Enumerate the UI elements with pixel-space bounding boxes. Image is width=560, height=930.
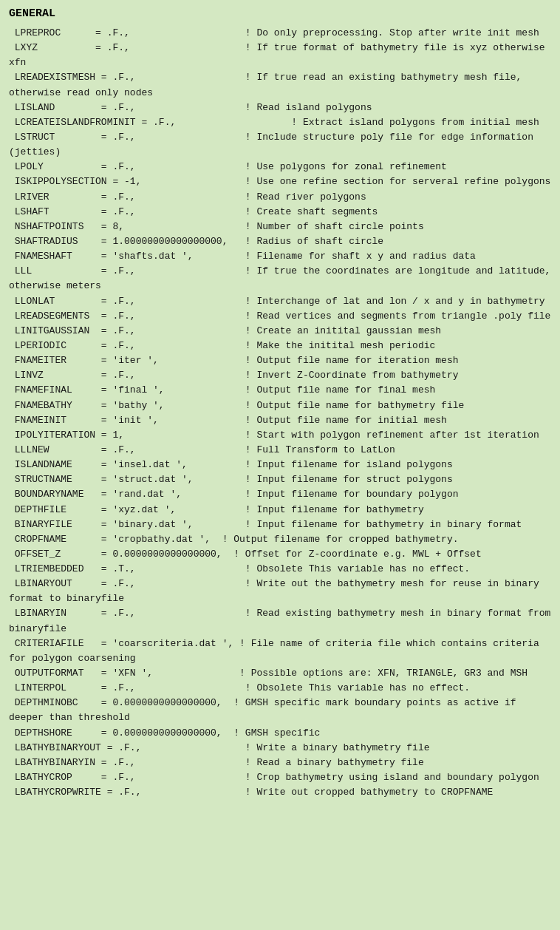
line: DEPTHMINOBC = 0.0000000000000000, ! GMSH… — [9, 696, 551, 725]
line: FNAMEINIT = 'init ', ! Output file name … — [9, 413, 551, 428]
line: LREADEXISTMESH = .F., ! If true read an … — [9, 70, 551, 100]
line: LBATHYBINARYIN = .F., ! Read a binary ba… — [9, 756, 551, 770]
line: LREADSEGMENTS = .F., ! Read vertices and… — [9, 309, 551, 324]
line: LBATHYCROP = .F., ! Crop bathymetry usin… — [9, 770, 551, 785]
code-block: LPREPROC = .F., ! Do only preprocessing.… — [9, 26, 551, 800]
line: FNAMEBATHY = 'bathy ', ! Output file nam… — [9, 398, 551, 413]
line: LCREATEISLANDFROMINIT = .F., ! Extract i… — [9, 115, 551, 130]
line: LINTERPOL = .F., ! Obsolete This variabl… — [9, 681, 551, 696]
line: LLONLAT = .F., ! Interchange of lat and … — [9, 294, 551, 309]
line: LISLAND = .F., ! Read island polygons — [9, 101, 551, 115]
page-title: GENERAL — [9, 7, 551, 20]
line: BOUNDARYNAME = 'rand.dat ', ! Input file… — [9, 487, 551, 502]
line: CRITERIAFILE = 'coarscriteria.dat ', ! F… — [9, 637, 551, 666]
line: NSHAFTPOINTS = 8, ! Number of shaft circ… — [9, 220, 551, 234]
line: DEPTHFILE = 'xyz.dat ', ! Input filename… — [9, 503, 551, 517]
line: FNAMEFINAL = 'final ', ! Output file nam… — [9, 383, 551, 398]
line: STRUCTNAME = 'struct.dat ', ! Input file… — [9, 472, 551, 487]
line: ISLANDNAME = 'insel.dat ', ! Input filen… — [9, 458, 551, 472]
line: LLLNEW = .F., ! Full Transform to LatLon — [9, 443, 551, 458]
line: LPREPROC = .F., ! Do only preprocessing.… — [9, 26, 551, 41]
line: LBATHYCROPWRITE = .F., ! Write out cropp… — [9, 785, 551, 800]
line: DEPTHSHORE = 0.0000000000000000, ! GMSH … — [9, 726, 551, 741]
line: LINVZ = .F., ! Invert Z-Coordinate from … — [9, 368, 551, 383]
line: LTRIEMBEDDED = .T., ! Obsolete This vari… — [9, 562, 551, 577]
line: LBINARYIN = .F., ! Read existing bathyme… — [9, 606, 551, 636]
line: OFFSET_Z = 0.0000000000000000, ! Offset … — [9, 547, 551, 562]
line: LRIVER = .F., ! Read river polygons — [9, 190, 551, 205]
line: FNAMEITER = 'iter ', ! Output file name … — [9, 353, 551, 368]
line: LSHAFT = .F., ! Create shaft segments — [9, 205, 551, 220]
line: ISKIPPOLYSECTION = -1, ! Use one refine … — [9, 174, 551, 189]
line: IPOLYITERATION = 1, ! Start with polygon… — [9, 428, 551, 443]
line: LXYZ = .F., ! If true format of bathymet… — [9, 41, 551, 70]
line: LLL = .F., ! If true the coordinates are… — [9, 264, 551, 293]
line: FNAMESHAFT = 'shafts.dat ', ! Filename f… — [9, 249, 551, 264]
line: LSTRUCT = .F., ! Include structure poly … — [9, 130, 551, 160]
line: LBINARYOUT = .F., ! Write out the bathym… — [9, 577, 551, 606]
line: CROPFNAME = 'cropbathy.dat ', ! Output f… — [9, 532, 551, 547]
line: SHAFTRADIUS = 1.00000000000000000, ! Rad… — [9, 234, 551, 249]
line: LBATHYBINARYOUT = .F., ! Write a binary … — [9, 741, 551, 756]
line: LINITGAUSSIAN = .F., ! Create an initita… — [9, 324, 551, 339]
line: BINARYFILE = 'binary.dat ', ! Input file… — [9, 517, 551, 532]
line: LPOLY = .F., ! Use polygons for zonal re… — [9, 160, 551, 174]
line: OUTPUTFORMAT = 'XFN ', ! Possible option… — [9, 666, 551, 681]
line: LPERIODIC = .F., ! Make the initital mes… — [9, 339, 551, 353]
